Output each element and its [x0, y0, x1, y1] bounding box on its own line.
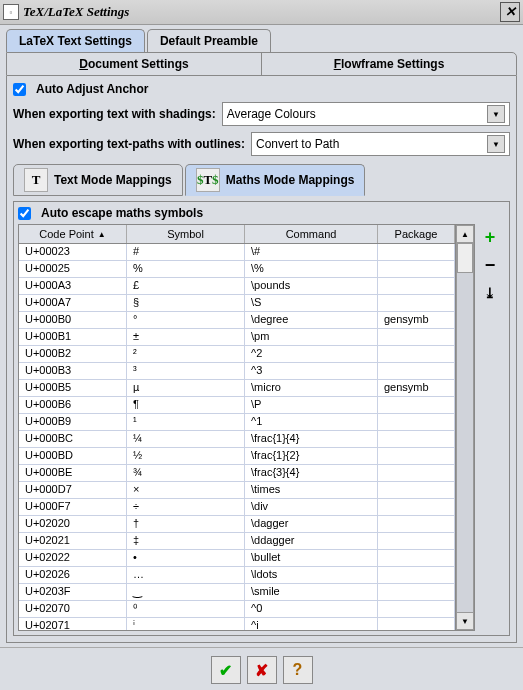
cell-cmd: \pounds — [245, 278, 378, 294]
remove-button[interactable]: − — [479, 254, 501, 276]
cell-cmd: \P — [245, 397, 378, 413]
cell-sym: ¹ — [127, 414, 245, 430]
col-command[interactable]: Command — [245, 225, 378, 243]
cell-code: U+0203F — [19, 584, 127, 600]
cell-sym: … — [127, 567, 245, 583]
table-row[interactable]: U+000D7×\times — [19, 482, 455, 499]
tab-latex-text-settings[interactable]: LaTeX Text Settings — [6, 29, 145, 52]
cell-pkg — [378, 244, 455, 260]
scroll-down-icon[interactable]: ▼ — [456, 612, 474, 630]
tab-maths-mode-mappings[interactable]: $T$ Maths Mode Mappings — [185, 164, 366, 196]
table-row[interactable]: U+000B0°\degreegensymb — [19, 312, 455, 329]
table-row[interactable]: U+000F7÷\div — [19, 499, 455, 516]
table-row[interactable]: U+02022•\bullet — [19, 550, 455, 567]
table-row[interactable]: U+02070⁰^0 — [19, 601, 455, 618]
tab-default-preamble[interactable]: Default Preamble — [147, 29, 271, 52]
cell-code: U+000B3 — [19, 363, 127, 379]
table-wrap: Code Point▲ Symbol Command Package U+000… — [18, 224, 505, 631]
cell-code: U+000F7 — [19, 499, 127, 515]
table-row[interactable]: U+000BD½\frac{1}{2} — [19, 448, 455, 465]
maths-mode-label: Maths Mode Mappings — [226, 173, 355, 187]
cell-cmd: \frac{3}{4} — [245, 465, 378, 481]
cell-cmd: \ldots — [245, 567, 378, 583]
cell-sym: ½ — [127, 448, 245, 464]
table-row[interactable]: U+000B9¹^1 — [19, 414, 455, 431]
table-row[interactable]: U+02020†\dagger — [19, 516, 455, 533]
auto-adjust-checkbox[interactable] — [13, 83, 26, 96]
table-row[interactable]: U+000A3£\pounds — [19, 278, 455, 295]
table-header: Code Point▲ Symbol Command Package — [19, 225, 455, 244]
cell-pkg — [378, 431, 455, 447]
table-row[interactable]: U+000A7§\S — [19, 295, 455, 312]
cell-cmd: ^i — [245, 618, 378, 630]
table-row[interactable]: U+02026…\ldots — [19, 567, 455, 584]
table-row[interactable]: U+000B5µ\microgensymb — [19, 380, 455, 397]
outlines-combo[interactable]: Convert to Path ▼ — [251, 132, 510, 156]
col-symbol[interactable]: Symbol — [127, 225, 245, 243]
cell-cmd: ^0 — [245, 601, 378, 617]
help-button[interactable]: ? — [283, 656, 313, 684]
cell-code: U+00023 — [19, 244, 127, 260]
scroll-up-icon[interactable]: ▲ — [456, 225, 474, 243]
tab-text-mode-mappings[interactable]: T Text Mode Mappings — [13, 164, 183, 196]
cell-pkg — [378, 465, 455, 481]
cell-code: U+02070 — [19, 601, 127, 617]
cell-sym: ¼ — [127, 431, 245, 447]
add-button[interactable]: + — [479, 226, 501, 248]
cell-code: U+000BD — [19, 448, 127, 464]
cell-code: U+000BC — [19, 431, 127, 447]
cell-sym: µ — [127, 380, 245, 396]
cell-pkg — [378, 414, 455, 430]
cell-pkg — [378, 278, 455, 294]
tab-flowframe-settings[interactable]: Flowframe Settings — [262, 53, 516, 75]
cell-code: U+000A3 — [19, 278, 127, 294]
table-row[interactable]: U+02021‡\ddagger — [19, 533, 455, 550]
table-row[interactable]: U+000B2²^2 — [19, 346, 455, 363]
mode-pane: Auto escape maths symbols Code Point▲ Sy… — [13, 201, 510, 636]
maths-mode-icon: $T$ — [196, 168, 220, 192]
table-row[interactable]: U+000BE¾\frac{3}{4} — [19, 465, 455, 482]
table-body: U+00023#\#U+00025%\%U+000A3£\poundsU+000… — [19, 244, 455, 630]
table-row[interactable]: U+02071ⁱ^i — [19, 618, 455, 630]
col-package[interactable]: Package — [378, 225, 455, 243]
table-row[interactable]: U+00023#\# — [19, 244, 455, 261]
table-row[interactable]: U+000BC¼\frac{1}{4} — [19, 431, 455, 448]
col-code-point[interactable]: Code Point▲ — [19, 225, 127, 243]
scroll-thumb[interactable] — [457, 243, 473, 273]
footer: ✔ ✘ ? — [0, 647, 523, 690]
shadings-combo[interactable]: Average Colours ▼ — [222, 102, 510, 126]
cell-cmd: \micro — [245, 380, 378, 396]
cell-code: U+000D7 — [19, 482, 127, 498]
close-icon[interactable]: ✕ — [500, 2, 520, 22]
vertical-scrollbar[interactable]: ▲ ▼ — [456, 224, 475, 631]
side-buttons: + − ⤓ — [475, 224, 505, 631]
cell-sym: ¶ — [127, 397, 245, 413]
chevron-down-icon[interactable]: ▼ — [487, 105, 505, 123]
cell-pkg — [378, 533, 455, 549]
cell-cmd: \frac{1}{4} — [245, 431, 378, 447]
cell-code: U+000B6 — [19, 397, 127, 413]
cell-cmd: \% — [245, 261, 378, 277]
shadings-row: When exporting text with shadings: Avera… — [13, 102, 510, 126]
tab-document-settings[interactable]: Document Settings — [7, 53, 262, 75]
auto-escape-checkbox[interactable] — [18, 207, 31, 220]
cell-code: U+00025 — [19, 261, 127, 277]
cell-sym: † — [127, 516, 245, 532]
window-title: TeX/LaTeX Settings — [23, 4, 500, 20]
table-row[interactable]: U+000B1±\pm — [19, 329, 455, 346]
table-row[interactable]: U+0203F‿\smile — [19, 584, 455, 601]
cell-sym: £ — [127, 278, 245, 294]
table-row[interactable]: U+000B6¶\P — [19, 397, 455, 414]
scroll-track[interactable] — [456, 243, 474, 612]
cell-pkg — [378, 346, 455, 362]
ok-button[interactable]: ✔ — [211, 656, 241, 684]
table-row[interactable]: U+00025%\% — [19, 261, 455, 278]
import-button[interactable]: ⤓ — [479, 282, 501, 304]
cell-sym: ³ — [127, 363, 245, 379]
cancel-button[interactable]: ✘ — [247, 656, 277, 684]
cell-sym: ‿ — [127, 584, 245, 600]
settings-window: ▫ TeX/LaTeX Settings ✕ LaTeX Text Settin… — [0, 0, 523, 690]
table-row[interactable]: U+000B3³^3 — [19, 363, 455, 380]
chevron-down-icon[interactable]: ▼ — [487, 135, 505, 153]
cell-cmd: \S — [245, 295, 378, 311]
